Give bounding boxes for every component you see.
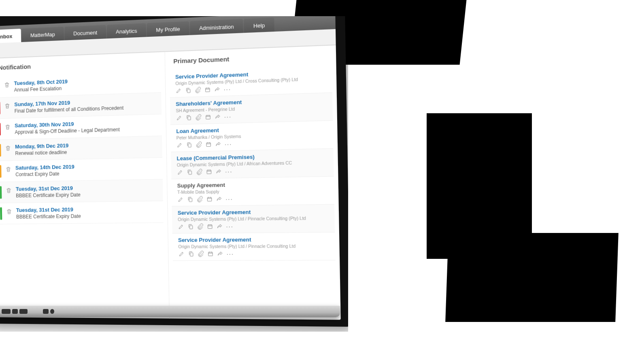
attachment-icon[interactable] [197, 196, 203, 203]
copy-icon[interactable] [187, 169, 193, 175]
share-icon[interactable] [215, 114, 221, 120]
tab-help[interactable]: Help [244, 17, 274, 33]
more-icon[interactable]: ··· [225, 196, 233, 201]
tab-inbox[interactable]: Inbox [0, 29, 21, 43]
tab-my-profile[interactable]: My Profile [147, 21, 189, 37]
edit-icon[interactable] [178, 224, 184, 230]
document-row[interactable]: Service Provider Agreement Origin Dynami… [172, 205, 335, 234]
document-row[interactable]: Service Provider Agreement Origin Dynami… [169, 65, 332, 97]
notification-text: Sunday, 17th Nov 2019 Final Date for ful… [14, 97, 158, 114]
trash-icon[interactable] [5, 144, 11, 152]
calendar-icon[interactable] [205, 114, 211, 120]
notification-text: Saturday, 14th Dec 2019 Contract Expiry … [15, 162, 159, 177]
trash-icon[interactable] [6, 187, 12, 194]
attachment-icon[interactable] [198, 251, 204, 257]
document-row[interactable]: Shareholders' Agreement SH Agreement - P… [170, 93, 333, 125]
calendar-icon[interactable] [206, 169, 212, 175]
copy-icon[interactable] [187, 223, 194, 230]
copy-icon[interactable] [187, 196, 193, 203]
port-audio-icon [50, 309, 54, 314]
priority-bar [0, 186, 2, 199]
notification-desc: BBBEE Certificate Expiry Date [16, 212, 160, 220]
calendar-icon[interactable] [205, 141, 212, 148]
tab-analytics[interactable]: Analytics [107, 23, 146, 38]
svg-rect-12 [190, 253, 193, 256]
share-icon[interactable] [215, 168, 222, 175]
svg-rect-3 [206, 115, 210, 119]
document-row[interactable]: Lease (Commercial Premises) Origin Dynam… [171, 149, 334, 180]
document-actions: ··· [177, 166, 330, 175]
edit-icon[interactable] [176, 114, 183, 121]
copy-icon[interactable] [185, 114, 192, 121]
attachment-icon[interactable] [197, 223, 204, 230]
more-icon[interactable]: ··· [225, 141, 232, 146]
more-icon[interactable]: ··· [227, 251, 234, 256]
calendar-icon[interactable] [206, 196, 213, 202]
svg-rect-6 [189, 171, 191, 175]
share-icon[interactable] [215, 141, 221, 147]
document-subtitle: T-Mobile Data Supply [177, 187, 331, 195]
document-row[interactable]: Supply Agreement T-Mobile Data Supply ··… [171, 177, 334, 207]
notification-row[interactable]: Tuesday, 31st Dec 2019 BBBEE Certificate… [0, 201, 163, 224]
trash-icon[interactable] [6, 208, 13, 215]
trash-icon[interactable] [5, 166, 12, 173]
edit-icon[interactable] [177, 169, 183, 176]
svg-rect-5 [206, 143, 211, 146]
port-hdmi-icon [2, 309, 11, 314]
attachment-icon[interactable] [195, 87, 201, 93]
svg-rect-10 [189, 226, 192, 229]
port-usb-icon [43, 309, 49, 314]
copy-icon[interactable] [188, 251, 194, 257]
svg-rect-9 [207, 197, 212, 201]
tab-administration[interactable]: Administration [190, 19, 243, 35]
share-icon[interactable] [216, 196, 222, 202]
notification-text: Tuesday, 8th Oct 2019 Annual Fee Escalat… [14, 75, 157, 93]
edit-icon[interactable] [176, 142, 183, 148]
svg-rect-2 [188, 116, 191, 120]
edit-icon[interactable] [178, 251, 185, 257]
svg-rect-13 [208, 252, 213, 256]
document-header: Primary Document [173, 51, 332, 64]
more-icon[interactable]: ··· [224, 114, 232, 119]
svg-rect-0 [187, 89, 190, 93]
calendar-icon[interactable] [204, 87, 211, 93]
document-title[interactable]: Service Provider Agreement [178, 236, 332, 243]
attachment-icon[interactable] [195, 114, 202, 121]
notification-row[interactable]: Saturday, 30th Nov 2019 Approval & Sign-… [0, 114, 162, 140]
more-icon[interactable]: ··· [223, 87, 231, 92]
notification-row[interactable]: Tuesday, 31st Dec 2019 BBBEE Certificate… [0, 180, 163, 203]
decoration [445, 233, 619, 322]
calendar-icon[interactable] [207, 251, 214, 257]
content-area: Notification Tuesday, 8th Oct 2019 Annua… [0, 45, 341, 320]
attachment-icon[interactable] [196, 169, 202, 175]
document-title[interactable]: Service Provider Agreement [178, 208, 331, 216]
svg-rect-11 [208, 225, 212, 229]
notification-text: Tuesday, 31st Dec 2019 BBBEE Certificate… [16, 205, 160, 220]
share-icon[interactable] [217, 251, 223, 257]
copy-icon[interactable] [185, 87, 191, 93]
trash-icon[interactable] [4, 81, 10, 89]
tab-mattermap[interactable]: MatterMap [21, 27, 64, 42]
trash-icon[interactable] [4, 102, 11, 110]
notification-desc: BBBEE Certificate Expiry Date [16, 191, 159, 199]
share-icon[interactable] [216, 223, 223, 230]
svg-rect-1 [205, 88, 210, 92]
document-actions: ··· [177, 194, 331, 203]
edit-icon[interactable] [175, 87, 182, 94]
notification-row[interactable]: Monday, 9th Dec 2019 Renewal notice dead… [0, 136, 162, 161]
attachment-icon[interactable] [196, 142, 202, 148]
more-icon[interactable]: ··· [226, 224, 234, 229]
laptop-bezel: InboxMatterMapDocumentAnalyticsMy Profil… [0, 16, 348, 327]
document-subtitle: Origin Dynamic Systems (Pty) Ltd / Pinna… [178, 215, 331, 222]
document-row[interactable]: Service Provider Agreement Origin Dynami… [172, 233, 335, 261]
tab-document[interactable]: Document [64, 25, 106, 40]
notification-text: Tuesday, 31st Dec 2019 BBBEE Certificate… [16, 184, 159, 199]
copy-icon[interactable] [186, 142, 192, 148]
edit-icon[interactable] [177, 196, 184, 203]
document-row[interactable]: Loan Agreement Peter Mutharika / Origin … [170, 121, 334, 152]
share-icon[interactable] [214, 86, 221, 93]
more-icon[interactable]: ··· [225, 169, 233, 174]
notification-row[interactable]: Saturday, 14th Dec 2019 Contract Expiry … [0, 158, 163, 182]
trash-icon[interactable] [4, 123, 11, 131]
calendar-icon[interactable] [207, 223, 213, 230]
